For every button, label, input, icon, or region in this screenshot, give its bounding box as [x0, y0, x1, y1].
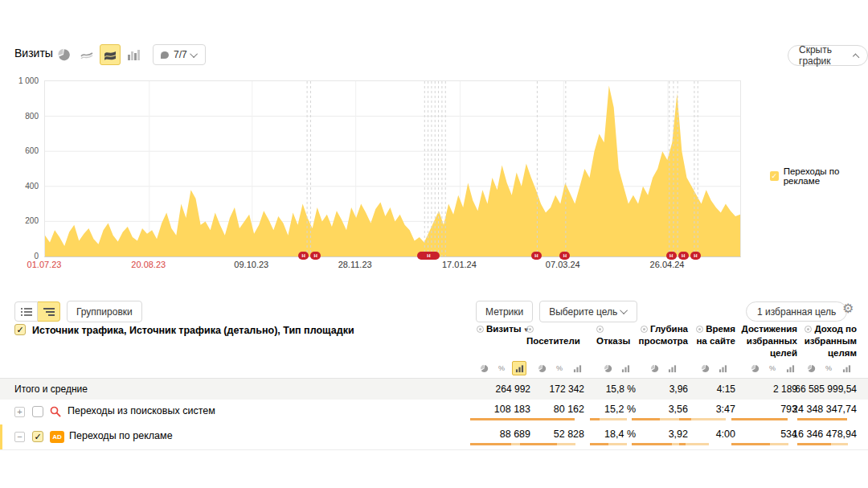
collapse-button[interactable]: −	[14, 432, 25, 442]
hide-chart-button[interactable]: Скрыть график	[788, 45, 868, 66]
percent-toggle-icon[interactable]: %	[765, 361, 780, 375]
chart-y-axis: 02004006008001 000	[0, 80, 39, 256]
toggle-group-4	[647, 361, 679, 375]
metrica-dashboard: Визиты 7/7 Скрыть график 02004006008001 …	[0, 0, 868, 488]
annotation-marker-icon[interactable]: Н	[310, 252, 321, 260]
ad-badge-icon: AD	[50, 431, 64, 443]
column-header-2[interactable]: Посетители	[526, 323, 584, 347]
metric-bar	[797, 418, 849, 420]
metrics-button[interactable]: Метрики	[476, 301, 533, 322]
list-view-icon[interactable]	[14, 301, 38, 322]
column-header-4[interactable]: Глубина просмотра	[638, 323, 688, 347]
metric-bar	[470, 418, 522, 420]
percent-toggle-icon[interactable]: %	[821, 361, 836, 375]
help-icon[interactable]	[805, 326, 812, 333]
bars-toggle-icon[interactable]	[839, 361, 854, 375]
toggle-group-5	[698, 361, 730, 375]
toggle-group-1: %	[477, 361, 526, 375]
line-chart-icon[interactable]	[76, 44, 97, 65]
totals-row: Итого и средние 264 992172 34215,8 %3,96…	[0, 379, 868, 400]
bars-toggle-icon[interactable]	[665, 361, 679, 375]
dimension-header: ✓ Источник трафика, Источник трафика (де…	[14, 324, 354, 336]
help-icon[interactable]	[596, 326, 604, 333]
help-icon[interactable]	[641, 326, 648, 333]
pie-toggle-icon[interactable]	[804, 361, 818, 375]
dimension-header-label: Источник трафика, Источник трафика (дета…	[32, 324, 354, 336]
metrics-label: Метрики	[485, 306, 523, 318]
page-title: Визиты	[14, 47, 53, 59]
percent-toggle-icon[interactable]: %	[552, 361, 567, 375]
row-checkbox[interactable]: ✓	[32, 431, 43, 442]
table-view-controls: Группировки	[14, 301, 142, 322]
y-tick-label: 200	[25, 216, 39, 225]
goal-select[interactable]: Выберите цель	[539, 301, 637, 322]
column-label: Визиты	[486, 324, 522, 334]
bars-toggle-icon[interactable]	[512, 361, 526, 375]
pie-toggle-icon[interactable]	[698, 361, 712, 375]
help-icon[interactable]	[477, 326, 484, 333]
pie-toggle-icon[interactable]	[600, 361, 615, 375]
chart-legend[interactable]: ✓ Переходы по рекламе	[770, 166, 868, 186]
metric-value: 16 346 478,94	[752, 429, 857, 440]
pie-toggle-icon[interactable]	[647, 361, 661, 375]
dimension-checkbox[interactable]: ✓	[14, 324, 26, 335]
column-header-7[interactable]: Доход по избранным целям	[804, 323, 857, 359]
y-tick-label: 600	[25, 146, 39, 155]
pie-chart-icon[interactable]	[53, 44, 74, 65]
column-header-3[interactable]: Отказы	[596, 323, 636, 347]
percent-toggle-icon[interactable]: %	[494, 361, 509, 375]
metric-bar	[520, 443, 576, 445]
chevron-down-icon	[190, 50, 198, 58]
legend-checkbox[interactable]: ✓	[770, 171, 779, 181]
area-chart-icon[interactable]	[100, 44, 121, 65]
x-tick-label: 28.11.23	[338, 260, 372, 269]
pie-toggle-icon[interactable]	[747, 361, 762, 375]
annotation-marker-icon[interactable]: Н	[298, 252, 309, 260]
annotation-marker-icon[interactable]: Н	[417, 252, 440, 260]
column-label: Достижения избранных целей	[742, 324, 797, 358]
table-row-search-traffic[interactable]: + Переходы из поисковых систем 108 18380…	[0, 400, 868, 425]
x-tick-label: 20.08.23	[131, 260, 166, 269]
row-checkbox[interactable]	[32, 406, 43, 417]
annotations-chip[interactable]: 7/7	[153, 44, 206, 65]
annotation-marker-icon[interactable]: Н	[678, 252, 689, 260]
help-icon[interactable]	[696, 326, 703, 333]
goal-select-label: Выберите цель	[549, 306, 617, 318]
hide-chart-label: Скрыть график	[799, 44, 847, 67]
bars-toggle-icon[interactable]	[618, 361, 633, 375]
gear-icon[interactable]: ⚙	[842, 301, 854, 316]
groupings-button[interactable]: Группировки	[67, 301, 142, 322]
column-label: Посетители	[526, 336, 580, 346]
toggle-group-2: %	[534, 361, 584, 375]
table-row-ad-traffic[interactable]: − ✓ AD Переходы по рекламе 88 68952 8281…	[0, 424, 868, 450]
column-header-1[interactable]: Визиты▼	[477, 323, 530, 335]
y-tick-label: 1 000	[18, 76, 39, 85]
metric-bar	[731, 443, 789, 445]
metric-bar	[679, 443, 727, 445]
comment-bubble-icon	[161, 51, 169, 59]
column-header-6[interactable]: Достижения избранных целей	[738, 323, 797, 359]
bars-toggle-icon[interactable]	[570, 361, 584, 375]
pie-toggle-icon[interactable]	[477, 361, 491, 375]
toggle-group-7: %	[804, 361, 854, 375]
annotation-marker-icon[interactable]: Н	[666, 252, 677, 260]
favorite-goal-button[interactable]: 1 избранная цель	[746, 301, 847, 322]
selected-row-stripe	[0, 424, 2, 449]
y-tick-label: 800	[25, 112, 39, 121]
metric-display-toggles: %%%%	[0, 361, 868, 375]
visits-chart[interactable]	[44, 80, 741, 257]
tree-view-icon[interactable]	[38, 301, 60, 322]
pie-toggle-icon[interactable]	[534, 361, 549, 375]
annotation-marker-icon[interactable]: Н	[531, 252, 542, 260]
help-icon[interactable]	[526, 326, 534, 333]
row-label: Переходы из поисковых систем	[68, 405, 215, 416]
metric-bar	[632, 443, 680, 445]
legend-label: Переходы по рекламе	[784, 166, 868, 186]
bar-chart-icon[interactable]	[123, 44, 144, 65]
annotation-marker-icon[interactable]: Н	[690, 252, 701, 260]
annotation-marker-icon[interactable]: Н	[559, 252, 570, 260]
expand-button[interactable]: +	[14, 407, 25, 417]
column-header-5[interactable]: Время на сайте	[686, 323, 735, 347]
bars-toggle-icon[interactable]	[783, 361, 797, 375]
bars-toggle-icon[interactable]	[715, 361, 730, 375]
